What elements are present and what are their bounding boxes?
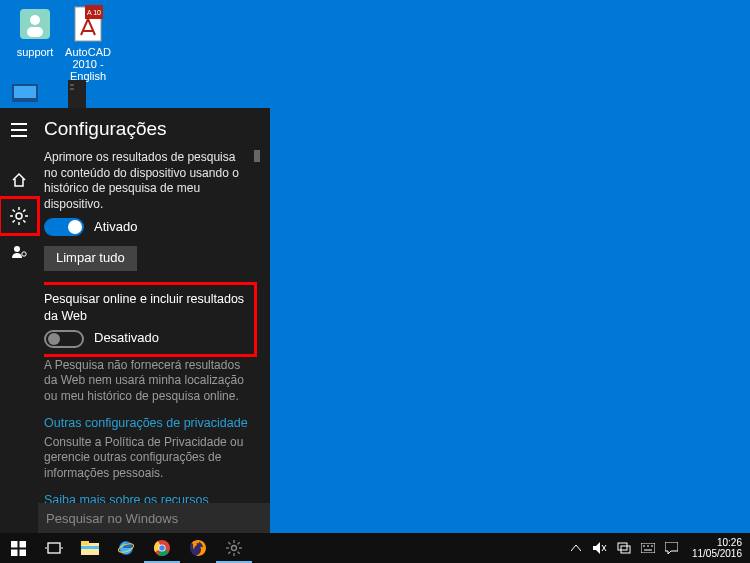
svg-rect-9 [70,84,74,86]
svg-line-43 [228,542,230,544]
web-results-toggle[interactable] [44,330,84,348]
volume-muted-icon[interactable] [592,540,608,556]
feedback-icon[interactable] [0,234,38,270]
taskbar: 10:26 11/05/2016 [0,533,750,563]
settings-app-button[interactable] [216,533,252,563]
panel-scroll-area: Aprimore os resultados de pesquisa no co… [44,150,260,533]
web-results-section: Pesquisar online e incluir resultados da… [44,285,254,354]
svg-point-11 [16,213,22,219]
svg-rect-25 [19,549,26,556]
svg-point-21 [22,252,26,256]
svg-rect-23 [19,541,26,548]
svg-point-1 [30,15,40,25]
svg-line-19 [23,210,25,212]
taskbar-left [0,533,252,563]
support-icon [15,4,55,44]
cortana-settings-panel: Configurações Aprimore os resultados de … [0,108,270,533]
desktop-icon-autocad[interactable]: A 10 AutoCAD 2010 - English [58,4,118,82]
svg-text:A 10: A 10 [87,9,101,16]
svg-rect-2 [27,27,43,37]
device-history-toggle[interactable] [44,218,84,236]
chrome-button[interactable] [144,533,180,563]
svg-point-20 [14,246,20,252]
menu-icon[interactable] [0,112,38,148]
svg-rect-22 [11,541,18,548]
svg-line-45 [228,552,230,554]
web-results-label: Pesquisar online e incluir resultados da… [44,291,250,324]
svg-rect-24 [11,549,18,556]
svg-line-18 [13,220,15,222]
system-tray: 10:26 11/05/2016 [568,537,750,559]
search-placeholder: Pesquisar no Windows [46,511,178,526]
desktop-icon-label: support [17,46,54,58]
web-results-desc: A Pesquisa não fornecerá resultados da W… [44,358,250,405]
firefox-button[interactable] [180,533,216,563]
svg-line-44 [238,552,240,554]
svg-point-36 [159,545,165,551]
clock-time: 10:26 [692,537,742,548]
svg-rect-7 [14,86,36,98]
taskbar-clock[interactable]: 10:26 11/05/2016 [688,537,746,559]
toggle-on-label: Ativado [94,219,137,236]
svg-rect-31 [81,546,99,549]
keyboard-layout-icon[interactable] [640,540,656,556]
start-button[interactable] [0,533,36,563]
task-view-button[interactable] [36,533,72,563]
svg-rect-49 [641,543,655,553]
home-icon[interactable] [0,162,38,198]
gear-icon[interactable] [0,198,38,234]
svg-rect-30 [81,541,89,545]
desktop: support A 10 AutoCAD 2010 - English [0,0,750,563]
svg-line-16 [13,210,15,212]
privacy-desc: Consulte a Política de Privacidade ou ge… [44,435,250,482]
svg-rect-26 [48,543,60,553]
search-input[interactable]: Pesquisar no Windows [38,503,270,533]
svg-rect-10 [70,88,74,90]
svg-line-17 [23,220,25,222]
toggle-off-label: Desativado [94,330,159,347]
panel-content: Configurações Aprimore os resultados de … [38,108,270,533]
clear-all-button[interactable]: Limpar tudo [44,246,137,271]
improve-results-desc: Aprimore os resultados de pesquisa no co… [44,150,250,212]
panel-rail [0,108,38,533]
desktop-icon-label: AutoCAD 2010 - English [58,46,118,82]
clock-date: 11/05/2016 [692,548,742,559]
network-icon[interactable] [616,540,632,556]
autocad-icon: A 10 [68,4,108,44]
svg-point-38 [232,546,237,551]
internet-explorer-button[interactable] [108,533,144,563]
privacy-settings-link[interactable]: Outras configurações de privacidade [44,415,250,431]
scrollbar[interactable] [254,150,260,162]
action-center-icon[interactable] [664,540,680,556]
file-explorer-button[interactable] [72,533,108,563]
svg-line-46 [238,542,240,544]
tray-chevron-up-icon[interactable] [568,540,584,556]
panel-title: Configurações [44,118,260,140]
